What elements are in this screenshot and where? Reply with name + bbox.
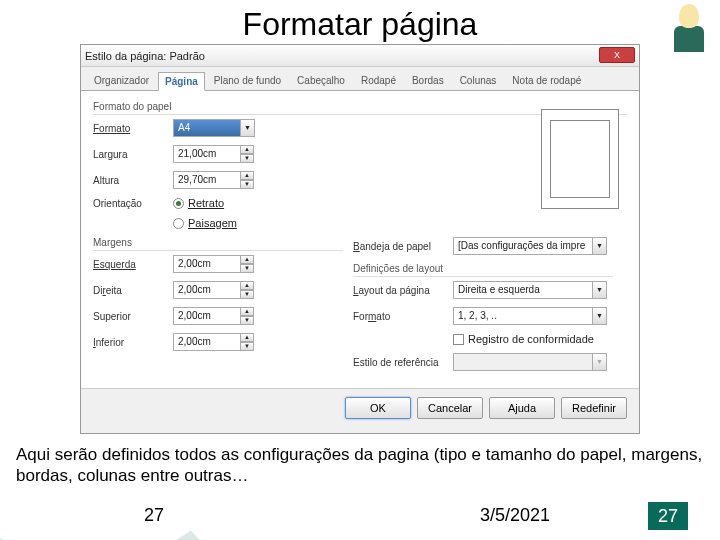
- label-retrato: Retrato: [188, 197, 224, 209]
- cartoon-character: [666, 4, 712, 60]
- help-button[interactable]: Ajuda: [489, 397, 555, 419]
- width-value[interactable]: 21,00cm: [173, 145, 241, 163]
- label-formato: Formato: [93, 123, 173, 134]
- tab-cabecalho[interactable]: Cabeçalho: [290, 71, 352, 90]
- label-bandeja: Bandeja de papel: [353, 241, 453, 252]
- spin-up-icon[interactable]: ▲: [240, 171, 254, 180]
- chevron-down-icon[interactable]: ▼: [593, 237, 607, 255]
- spin-down-icon[interactable]: ▼: [240, 316, 254, 325]
- layout-value: Direita e esquerda: [453, 281, 593, 299]
- label-largura: Largura: [93, 149, 173, 160]
- spin-down-icon[interactable]: ▼: [240, 290, 254, 299]
- label-layout-pagina: Layout da página: [353, 285, 453, 296]
- chevron-down-icon[interactable]: ▼: [241, 119, 255, 137]
- label-formato-num: Formato: [353, 311, 453, 322]
- reset-button[interactable]: Redefinir: [561, 397, 627, 419]
- width-spinner[interactable]: 21,00cm ▲▼: [173, 145, 254, 163]
- register-checkbox[interactable]: [453, 334, 464, 345]
- page-style-dialog: Estilo da página: Padrão X Organizador P…: [80, 44, 640, 434]
- radio-paisagem[interactable]: [173, 218, 184, 229]
- spin-down-icon[interactable]: ▼: [240, 180, 254, 189]
- spin-down-icon[interactable]: ▼: [240, 154, 254, 163]
- group-layout: Definições de layout: [353, 263, 613, 277]
- radio-retrato[interactable]: [173, 198, 184, 209]
- slide-title: Formatar página: [0, 0, 720, 43]
- label-altura: Altura: [93, 175, 173, 186]
- height-spinner[interactable]: 29,70cm ▲▼: [173, 171, 254, 189]
- numformat-value: 1, 2, 3, ..: [453, 307, 593, 325]
- label-esquerda: Esquerda: [93, 259, 173, 270]
- label-direita: Direita: [93, 285, 173, 296]
- bottom-margin-spinner[interactable]: 2,00cm ▲▼: [173, 333, 254, 351]
- tab-nota-rodape[interactable]: Nota de rodapé: [505, 71, 588, 90]
- numformat-dropdown[interactable]: 1, 2, 3, .. ▼: [453, 307, 607, 325]
- ok-button[interactable]: OK: [345, 397, 411, 419]
- left-margin-value[interactable]: 2,00cm: [173, 255, 241, 273]
- tab-colunas[interactable]: Colunas: [453, 71, 504, 90]
- titlebar: Estilo da página: Padrão X: [81, 45, 639, 67]
- tab-rodape[interactable]: Rodapé: [354, 71, 403, 90]
- format-dropdown[interactable]: A4 ▼: [173, 119, 255, 137]
- spin-up-icon[interactable]: ▲: [240, 333, 254, 342]
- spin-down-icon[interactable]: ▼: [240, 342, 254, 351]
- label-estilo-ref: Estilo de referência: [353, 357, 453, 368]
- left-margin-spinner[interactable]: 2,00cm ▲▼: [173, 255, 254, 273]
- top-margin-value[interactable]: 2,00cm: [173, 307, 241, 325]
- tab-strip: Organizador Página Plano de fundo Cabeça…: [81, 67, 639, 91]
- dialog-buttons: OK Cancelar Ajuda Redefinir: [81, 388, 639, 427]
- label-superior: Superior: [93, 311, 173, 322]
- spin-up-icon[interactable]: ▲: [240, 255, 254, 264]
- page-preview: [541, 109, 619, 209]
- chevron-down-icon: ▼: [593, 353, 607, 371]
- group-margens: Margens: [93, 237, 343, 251]
- spin-up-icon[interactable]: ▲: [240, 145, 254, 154]
- label-paisagem: Paisagem: [188, 217, 237, 229]
- page-panel: Formato do papel Formato A4 ▼ Largura 21…: [81, 91, 639, 411]
- tab-plano-fundo[interactable]: Plano de fundo: [207, 71, 288, 90]
- label-registro: Registro de conformidade: [468, 333, 594, 345]
- chevron-down-icon[interactable]: ▼: [593, 281, 607, 299]
- refstyle-value: [453, 353, 593, 371]
- tray-value: [Das configurações da impre: [453, 237, 593, 255]
- cancel-button[interactable]: Cancelar: [417, 397, 483, 419]
- footer-date: 3/5/2021: [480, 505, 550, 526]
- tab-organizador[interactable]: Organizador: [87, 71, 156, 90]
- spin-up-icon[interactable]: ▲: [240, 281, 254, 290]
- chevron-down-icon[interactable]: ▼: [593, 307, 607, 325]
- layout-dropdown[interactable]: Direita e esquerda ▼: [453, 281, 607, 299]
- height-value[interactable]: 29,70cm: [173, 171, 241, 189]
- bottom-margin-value[interactable]: 2,00cm: [173, 333, 241, 351]
- slide-caption: Aqui serão definidos todos as configuraç…: [16, 444, 704, 487]
- right-margin-spinner[interactable]: 2,00cm ▲▼: [173, 281, 254, 299]
- close-button[interactable]: X: [599, 47, 635, 63]
- spin-up-icon[interactable]: ▲: [240, 307, 254, 316]
- tray-dropdown[interactable]: [Das configurações da impre ▼: [453, 237, 607, 255]
- top-margin-spinner[interactable]: 2,00cm ▲▼: [173, 307, 254, 325]
- dialog-title: Estilo da página: Padrão: [85, 50, 205, 62]
- footer-page-badge: 27: [648, 502, 688, 530]
- format-value: A4: [173, 119, 241, 137]
- label-inferior: Inferior: [93, 337, 173, 348]
- right-margin-value[interactable]: 2,00cm: [173, 281, 241, 299]
- tab-bordas[interactable]: Bordas: [405, 71, 451, 90]
- spin-down-icon[interactable]: ▼: [240, 264, 254, 273]
- footer-page-left: 27: [144, 505, 164, 526]
- refstyle-dropdown: ▼: [453, 353, 607, 371]
- tab-pagina[interactable]: Página: [158, 72, 205, 91]
- label-orientacao: Orientação: [93, 198, 173, 209]
